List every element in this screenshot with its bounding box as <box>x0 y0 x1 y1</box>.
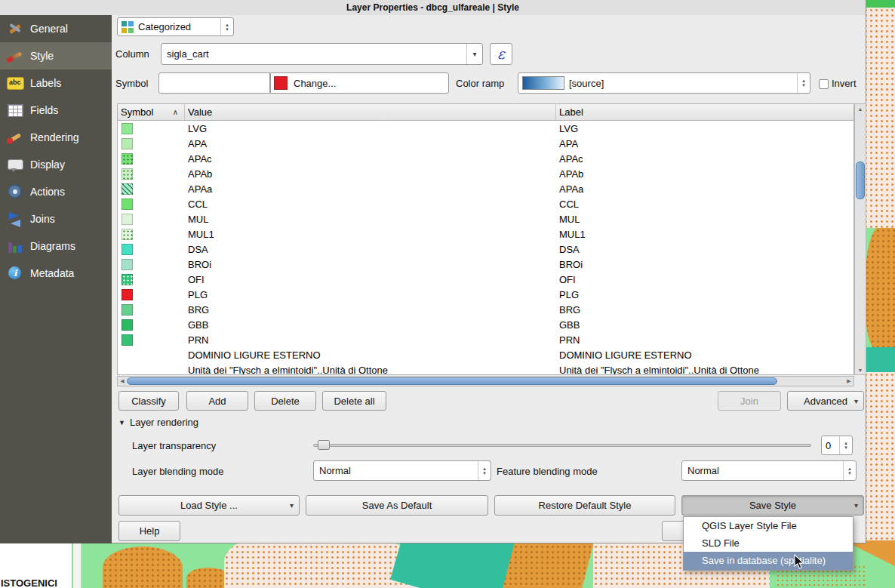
renderer-type-combobox[interactable]: Categorized ▴ ▾ <box>117 17 234 36</box>
column-header-symbol[interactable]: Symbol ∧ <box>118 104 185 120</box>
table-row[interactable]: APAcAPAc <box>118 151 853 166</box>
transparency-spinbox[interactable]: 0 ▴ ▾ <box>821 436 853 455</box>
layer-blending-mode-combobox[interactable]: Normal ▴ ▾ <box>313 460 491 481</box>
sort-ascending-icon: ∧ <box>173 108 178 116</box>
diagrams-icon <box>7 238 23 254</box>
label-cell: MUL <box>556 214 853 225</box>
table-row[interactable]: MULMUL <box>118 211 853 226</box>
slider-handle[interactable] <box>318 440 330 450</box>
sidebar-item-label: Style <box>30 50 54 62</box>
advanced-button[interactable]: Advanced ▾ <box>787 391 864 411</box>
table-row[interactable]: BROiBROi <box>118 257 853 272</box>
sidebar-item-display[interactable]: Display <box>0 151 112 178</box>
symbol-cell <box>118 213 185 225</box>
help-button[interactable]: Help <box>118 521 180 541</box>
sidebar-item-actions[interactable]: Actions <box>0 178 112 205</box>
join-button: Join <box>718 391 781 411</box>
table-row[interactable]: PLGPLG <box>118 287 853 302</box>
table-row[interactable]: DOMINIO LIGURE ESTERNODOMINIO LIGURE EST… <box>118 347 853 362</box>
sidebar-item-fields[interactable]: Fields <box>0 97 112 124</box>
epsilon-icon: ε <box>497 47 505 61</box>
collapse-triangle-icon: ▼ <box>118 419 125 426</box>
scroll-right-icon[interactable]: ▶ <box>844 377 853 386</box>
table-row[interactable]: CCLCCL <box>118 196 853 211</box>
dialog-title[interactable]: Layer Properties - dbcg_ulfareale | Styl… <box>0 0 866 15</box>
table-row[interactable]: PRNPRN <box>118 332 853 347</box>
class-symbol-swatch <box>121 244 133 255</box>
table-row[interactable]: BRGBRG <box>118 302 853 317</box>
delete-button[interactable]: Delete <box>254 391 316 411</box>
table-row[interactable]: Unità dei "Flysch a elmintoidi"..Unità d… <box>118 362 853 374</box>
sidebar-item-rendering[interactable]: Rendering <box>0 124 112 151</box>
column-header-value[interactable]: Value <box>185 104 556 120</box>
value-cell: BRG <box>185 304 556 316</box>
renderer-type-value: Categorized <box>134 21 191 32</box>
map-orange-polygon <box>503 539 595 588</box>
scroll-up-icon[interactable]: ▲ <box>855 104 866 113</box>
horizontal-scrollbar-thumb[interactable] <box>127 377 777 385</box>
color-ramp-value: [source] <box>564 78 604 89</box>
expression-builder-button[interactable]: ε <box>490 43 512 65</box>
table-row[interactable]: OFIOFI <box>118 272 853 287</box>
feature-blending-mode-label: Feature blending mode <box>497 464 598 479</box>
sidebar-item-label: Diagrams <box>30 240 75 252</box>
table-row[interactable]: APAbAPAb <box>118 166 853 181</box>
sidebar-item-style[interactable]: Style <box>0 42 112 69</box>
transparency-slider[interactable] <box>313 439 811 451</box>
vertical-scrollbar-thumb[interactable] <box>856 162 865 199</box>
vertical-scrollbar[interactable]: ▲ ▼ <box>854 103 866 375</box>
save-style-button[interactable]: Save Style ▾ <box>681 495 864 516</box>
label-cell: APAb <box>556 168 853 180</box>
value-cell: GBB <box>185 319 556 331</box>
base-symbol-swatch <box>274 76 288 90</box>
class-symbol-swatch <box>121 259 133 270</box>
sidebar-item-general[interactable]: General <box>0 15 112 42</box>
spin-down-icon[interactable]: ▾ <box>844 445 847 450</box>
scroll-down-icon[interactable]: ▼ <box>855 365 866 374</box>
value-cell: APAc <box>185 153 556 165</box>
add-button[interactable]: Add <box>186 391 248 411</box>
table-row[interactable]: MUL1MUL1 <box>118 226 853 242</box>
table-row[interactable]: DSADSA <box>118 242 853 257</box>
chevron-down-icon[interactable]: ▾ <box>466 44 482 64</box>
sidebar-item-metadata[interactable]: Metadata <box>0 260 112 287</box>
restore-default-style-button[interactable]: Restore Default Style <box>494 495 675 516</box>
map-dotted-area <box>863 8 895 228</box>
label-cell: BROi <box>556 259 853 270</box>
table-row[interactable]: GBBGBB <box>118 317 853 332</box>
save-as-default-button[interactable]: Save As Default <box>306 495 488 516</box>
menu-item-sld-file[interactable]: SLD File <box>684 534 853 552</box>
scroll-left-icon[interactable]: ◀ <box>118 377 127 386</box>
slider-track[interactable] <box>313 444 811 447</box>
color-ramp-combobox[interactable]: [source] ▴ ▾ <box>518 72 810 94</box>
sidebar-item-label: Display <box>30 159 65 171</box>
table-row[interactable]: APAAPA <box>118 136 853 151</box>
label-cell: DOMINIO LIGURE ESTERNO <box>556 349 853 361</box>
chevron-down-icon: ▾ <box>290 501 294 509</box>
column-label: Column <box>115 47 149 62</box>
sidebar-item-labels[interactable]: Labels <box>0 69 112 97</box>
menu-item-save-in-database[interactable]: Save in database (spatialite) <box>684 552 853 570</box>
header-label: Value <box>188 106 212 118</box>
symbol-cell <box>118 152 185 165</box>
change-symbol-button[interactable]: Change... <box>270 72 449 94</box>
delete-all-button[interactable]: Delete all <box>322 391 386 411</box>
horizontal-scrollbar[interactable]: ◀ ▶ <box>117 376 854 386</box>
sidebar-item-label: Labels <box>30 77 61 89</box>
chevron-down-icon: ▾ <box>854 501 858 509</box>
table-header-row: Symbol ∧ Value Label <box>118 104 853 121</box>
invert-checkbox[interactable] <box>819 79 829 89</box>
sidebar-item-diagrams[interactable]: Diagrams <box>0 232 112 260</box>
classify-button[interactable]: Classify <box>118 391 179 411</box>
feature-blending-mode-combobox[interactable]: Normal ▴ ▾ <box>681 460 857 481</box>
label-cell: APAc <box>556 153 853 165</box>
sidebar-item-joins[interactable]: Joins <box>0 205 112 232</box>
column-combobox[interactable]: sigla_cart ▾ <box>161 43 483 65</box>
table-row[interactable]: APAaAPAa <box>118 181 853 196</box>
load-style-button[interactable]: Load Style ... ▾ <box>118 495 300 516</box>
table-row[interactable]: LVGLVG <box>118 121 853 136</box>
menu-item-qgis-layer-style-file[interactable]: QGIS Layer Style File <box>684 517 853 534</box>
layer-rendering-collapse-header[interactable]: ▼ Layer rendering <box>118 417 198 428</box>
column-header-label[interactable]: Label <box>556 104 853 120</box>
symbol-cell <box>118 183 185 195</box>
